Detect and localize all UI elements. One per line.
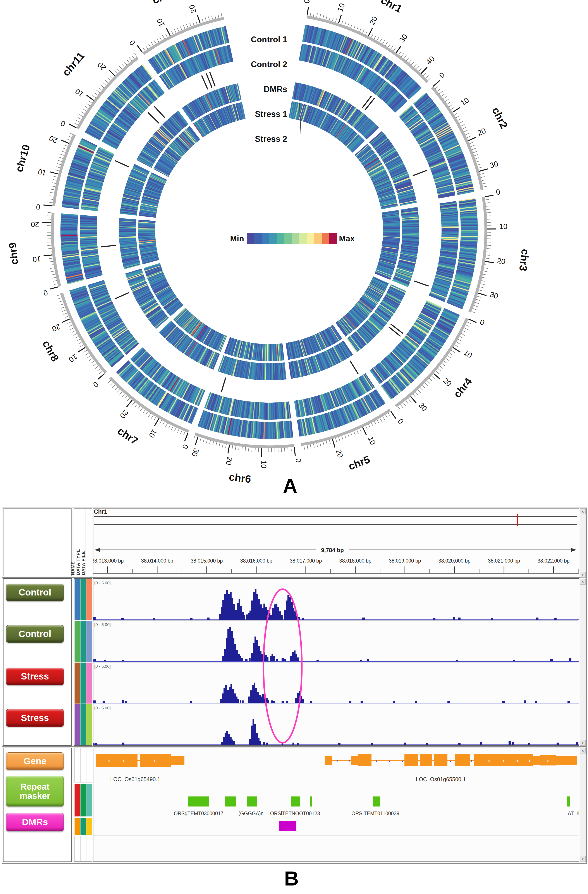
scroll-down-icon[interactable]: ∨ (580, 856, 586, 862)
dmr-highlight-ellipse (263, 589, 302, 743)
svg-text:10: 10 (366, 435, 377, 446)
signal-track-control-1: [0 - 5.00] (93, 581, 579, 620)
chromosome-label-chr1: chr1 (379, 0, 404, 15)
repeat-masker-track-button[interactable]: Repeat masker (6, 776, 64, 806)
svg-text:0: 0 (91, 380, 100, 389)
gene-track-button[interactable]: Gene (6, 752, 64, 770)
track-scale-label: [0 - 5.00] (94, 622, 111, 627)
repeat-block (373, 796, 380, 806)
svg-text:20: 20 (31, 220, 39, 229)
track-attribute-cell (86, 704, 92, 745)
strand-arrow-icon: › (402, 757, 404, 763)
gene-exon (455, 754, 470, 766)
svg-text:0: 0 (396, 417, 405, 425)
svg-text:0: 0 (181, 443, 190, 450)
svg-text:0: 0 (479, 317, 486, 327)
panel-b-label: B (284, 868, 299, 888)
svg-text:0: 0 (496, 187, 501, 196)
track-attribute-cell (86, 784, 92, 817)
chromosome-label-chr12: chr12 (151, 0, 181, 6)
svg-text:0: 0 (59, 119, 67, 128)
control-2-track-button[interactable]: Control (6, 625, 64, 643)
heat-legend: MinMax (230, 233, 355, 245)
track-attribute-cell (74, 663, 80, 704)
gene-exon (533, 756, 540, 765)
chromosome-ideogram[interactable] (94, 514, 577, 526)
scroll-down-icon[interactable]: ∨ (580, 572, 586, 578)
track-scale-label: [0 - 5.00] (94, 706, 111, 710)
control-1-track-button[interactable]: Control (6, 584, 64, 601)
sidebar-header-box (3, 509, 72, 576)
heat-ring-stress-1 (119, 83, 419, 381)
circos-track-label: DMRs (264, 85, 287, 94)
gene-track: ‹‹‹LOC_Os01g65490.1››››››››››››LOC_Os01g… (96, 754, 577, 782)
svg-text:38,019,000 bp: 38,019,000 bp (389, 558, 421, 563)
svg-text:20: 20 (48, 134, 59, 145)
strand-arrow-icon: › (450, 757, 452, 763)
svg-text:38,020,000 bp: 38,020,000 bp (438, 558, 470, 563)
legend-max-label: Max (339, 234, 355, 243)
track-scale-label: [0 - 5.00] (94, 664, 111, 669)
track-attribute-cell (80, 621, 86, 662)
svg-text:20: 20 (187, 4, 198, 14)
svg-text:0: 0 (294, 458, 303, 463)
gene-exon (358, 754, 372, 766)
circos-track-label: Stress 2 (255, 134, 287, 143)
svg-text:10: 10 (37, 168, 47, 177)
chromosome-label-chr2: chr2 (490, 106, 510, 130)
track-attribute-cell (74, 784, 80, 817)
svg-text:20: 20 (51, 322, 62, 333)
chromosome-label-chr10: chr10 (13, 143, 32, 173)
track-attribute-cell (80, 784, 86, 817)
svg-text:10: 10 (459, 96, 470, 107)
svg-text:38,018,000 bp: 38,018,000 bp (339, 558, 371, 563)
svg-text:20: 20 (368, 15, 379, 26)
track-attribute-cell (86, 836, 92, 861)
track-attribute-cell (80, 663, 86, 704)
scroll-up-icon[interactable]: ∧ (580, 579, 586, 584)
strand-arrow-icon: › (516, 757, 518, 764)
track-attribute-cell (86, 818, 92, 835)
track-attribute-cell (80, 579, 86, 621)
gene-exon (325, 756, 332, 765)
stress-2-track-button[interactable]: Stress (6, 709, 64, 726)
scroll-up-icon[interactable]: ∧ (580, 748, 586, 754)
stress-1-track-button[interactable]: Stress (6, 668, 64, 685)
track-attribute-cell (74, 621, 80, 662)
gene-exon (96, 754, 138, 767)
header-scrollbar[interactable]: ∧ ∨ (580, 509, 586, 578)
svg-text:30: 30 (489, 290, 499, 300)
strand-arrow-icon: ‹ (122, 757, 124, 764)
strand-arrow-icon: ‹ (108, 757, 110, 764)
track-attribute-cell (74, 748, 80, 782)
circos-track-label: Control 1 (251, 35, 287, 44)
track-attribute-cell (74, 818, 80, 835)
chromosome-label-chr8: chr8 (40, 338, 61, 363)
track-attribute-cell (86, 621, 92, 662)
gene-exon (420, 754, 432, 766)
scroll-up-icon[interactable]: ∧ (580, 509, 586, 514)
column-header-data-file: DATA FILE (81, 551, 86, 575)
dmrs-track-button[interactable]: DMRs (6, 813, 64, 831)
svg-text:38,015,000 bp: 38,015,000 bp (190, 558, 223, 563)
circos-track-labels: Control 1Control 2DMRsStress 1Stress 2 (251, 35, 287, 143)
signal-track-stress-4: [0 - 5.00] (93, 704, 579, 745)
scroll-down-icon[interactable]: ∨ (580, 740, 586, 746)
column-header-name: NAME (70, 561, 76, 575)
gene-name-label: LOC_Os01g65500.1 (416, 776, 466, 782)
svg-text:0: 0 (438, 71, 446, 80)
strand-arrow-icon: › (376, 757, 377, 763)
svg-text:0: 0 (128, 39, 137, 47)
signal-track-stress-3: [0 - 5.00] (93, 662, 579, 703)
signal-scrollbar[interactable]: ∧ ∨ (580, 579, 586, 746)
svg-text:10: 10 (155, 17, 166, 29)
gene-name-label: LOC_Os01g65490.1 (110, 776, 160, 782)
chromosome-label-chr7: chr7 (115, 425, 141, 447)
svg-text:38,017,000 bp: 38,017,000 bp (290, 558, 322, 563)
annotation-scrollbar[interactable]: ∧ ∨ (580, 748, 586, 862)
svg-text:20: 20 (224, 456, 234, 466)
svg-text:40: 40 (424, 54, 436, 66)
svg-text:20: 20 (497, 257, 506, 266)
svg-text:30: 30 (489, 159, 499, 169)
strand-arrow-icon: › (528, 757, 531, 764)
